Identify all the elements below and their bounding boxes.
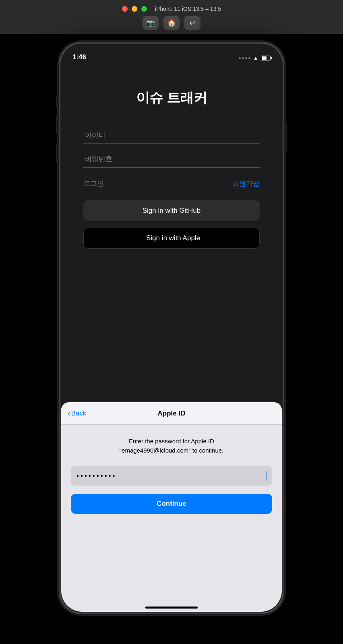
home-indicator — [145, 607, 198, 609]
traffic-light-minimize[interactable] — [132, 6, 137, 12]
github-signin-button[interactable]: Sign in with GitHub — [83, 200, 260, 221]
password-input[interactable] — [83, 151, 260, 168]
apple-password-input[interactable] — [76, 472, 266, 480]
login-button[interactable]: 로그인 — [83, 179, 104, 188]
titlebar: iPhone 11 iOS 13.5 – 13.5 📷 🏠 ↩ — [0, 0, 343, 34]
sheet-body: Enter the password for Apple ID"emage499… — [61, 425, 282, 612]
rotate-icon: ↩ — [190, 19, 196, 27]
home-icon: 🏠 — [167, 19, 176, 27]
sheet-header: ‹ Back Apple ID — [61, 402, 282, 425]
phone-screen: 1:46 ▲ 이슈 트래커 — [61, 44, 282, 612]
sheet-title: Apple ID — [158, 409, 186, 418]
home-button[interactable]: 🏠 — [163, 16, 180, 30]
text-cursor — [266, 472, 267, 480]
apple-signin-button[interactable]: Sign in with Apple — [83, 228, 260, 249]
app-content: 이슈 트래커 로그인 회원가입 Sign in with GitHub Sign… — [61, 64, 282, 612]
window-title: iPhone 11 iOS 13.5 – 13.5 — [155, 6, 221, 12]
wifi-icon: ▲ — [253, 55, 258, 61]
screenshot-button[interactable]: 📷 — [143, 16, 159, 30]
register-button[interactable]: 회원가입 — [232, 179, 260, 188]
apple-button-label: Sign in with Apple — [146, 234, 200, 242]
status-time: 1:46 — [72, 53, 86, 61]
login-row: 로그인 회원가입 — [83, 179, 260, 188]
back-chevron-icon: ‹ — [68, 409, 70, 418]
continue-label: Continue — [157, 500, 186, 507]
status-icons: ▲ — [239, 55, 271, 61]
notch — [139, 44, 204, 56]
traffic-light-fullscreen[interactable] — [141, 6, 147, 12]
password-input-wrapper[interactable] — [71, 466, 272, 486]
back-label: Back — [71, 409, 87, 418]
continue-button[interactable]: Continue — [71, 494, 272, 514]
sheet-back-button[interactable]: ‹ Back — [68, 409, 86, 418]
traffic-light-close[interactable] — [122, 6, 128, 12]
apple-id-sheet: ‹ Back Apple ID Enter the password for A… — [61, 402, 282, 612]
camera-icon: 📷 — [146, 19, 155, 27]
id-input[interactable] — [83, 127, 260, 144]
battery-icon — [261, 56, 271, 60]
sheet-message: Enter the password for Apple ID"emage499… — [120, 437, 224, 455]
signal-indicator — [239, 57, 250, 59]
rotate-button[interactable]: ↩ — [184, 16, 200, 30]
github-button-label: Sign in with GitHub — [143, 207, 201, 215]
power-button[interactable] — [284, 123, 287, 153]
phone-frame: 1:46 ▲ 이슈 트래커 — [59, 42, 284, 614]
phone-simulator: 1:46 ▲ 이슈 트래커 — [59, 42, 284, 614]
app-title: 이슈 트래커 — [136, 89, 207, 107]
